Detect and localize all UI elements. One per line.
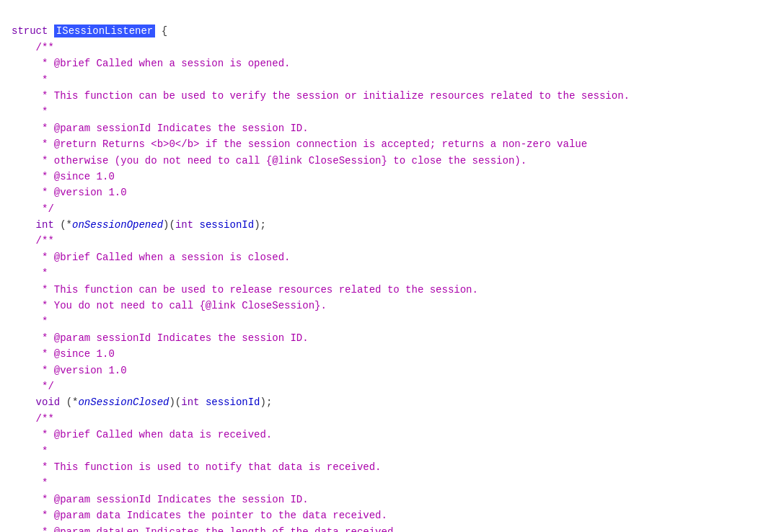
keyword-int: int — [12, 219, 54, 231]
code-viewer: struct ISessionListener { /** * @brief C… — [12, 7, 767, 532]
function-onSessionClosed: onSessionClosed — [78, 396, 169, 408]
struct-name: ISessionListener — [54, 25, 155, 37]
function-onSessionOpened: onSessionOpened — [72, 219, 163, 231]
keyword-void: void — [12, 396, 60, 408]
keyword-struct: struct — [12, 25, 48, 37]
